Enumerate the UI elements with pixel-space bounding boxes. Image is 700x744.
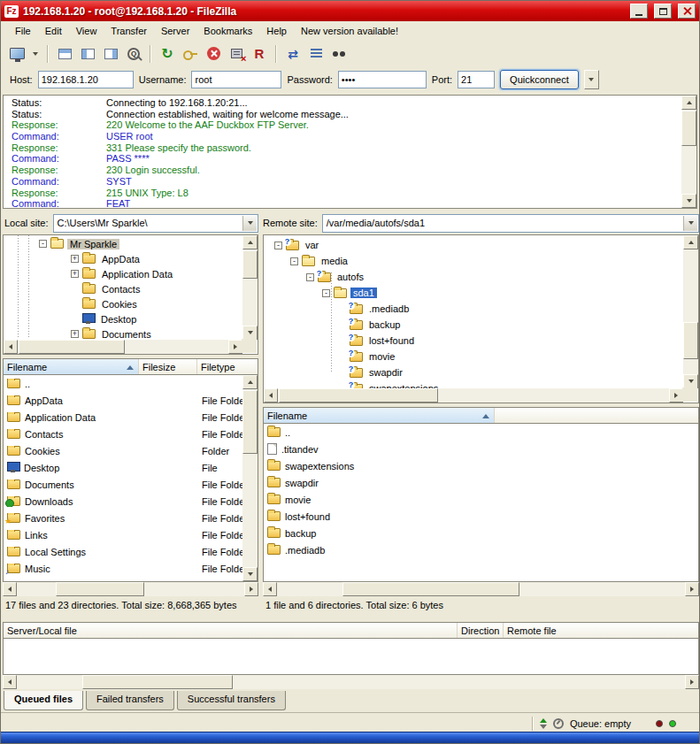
collapse-icon[interactable]: -	[322, 289, 330, 297]
remote-tree-item-autofs[interactable]: - autofs	[264, 269, 698, 285]
scroll-right-button[interactable]	[669, 388, 683, 403]
combo-dropdown-button[interactable]	[242, 216, 257, 231]
remote-site-combo[interactable]: /var/media/autofs/sda1	[322, 214, 699, 233]
menu-file[interactable]: File	[8, 23, 38, 39]
scrollbar-thumb[interactable]	[82, 675, 233, 689]
scrollbar-thumb[interactable]	[19, 340, 125, 354]
title-bar[interactable]: Fz 192.168.1.20 - root@192.168.1.20 - Fi…	[1, 1, 699, 21]
updown-arrows-icon[interactable]	[540, 718, 547, 729]
remote-file-row[interactable]: movie	[264, 491, 698, 508]
remote-file-row[interactable]: swapextensions	[264, 457, 698, 474]
log-scrollbar[interactable]	[681, 96, 696, 208]
remote-file-row[interactable]: ..	[264, 424, 698, 441]
local-file-row[interactable]: DocumentsFile Folder	[4, 476, 258, 493]
maximize-button[interactable]	[654, 4, 672, 19]
scroll-down-button[interactable]	[683, 374, 698, 388]
scroll-left-button[interactable]	[3, 582, 17, 596]
close-button[interactable]	[678, 4, 696, 19]
host-input[interactable]	[38, 71, 134, 88]
remote-tree-hscrollbar[interactable]	[264, 388, 683, 403]
local-tree-item-desktop[interactable]: Desktop	[4, 311, 258, 326]
scroll-down-button[interactable]	[242, 326, 258, 340]
local-list-hscrollbar[interactable]	[3, 582, 258, 596]
scrollbar-thumb[interactable]	[681, 111, 696, 146]
remote-file-row[interactable]: lost+found	[264, 508, 698, 525]
column-header-filename[interactable]: Filename	[264, 408, 495, 423]
scroll-right-button[interactable]	[244, 582, 258, 596]
local-file-row[interactable]: ..	[4, 375, 258, 392]
column-header-filetype[interactable]: Filetype	[197, 359, 258, 374]
local-tree-item-mr-sparkle[interactable]: - Mr Sparkle	[4, 236, 258, 251]
toggle-queue-button[interactable]	[123, 43, 144, 65]
toggle-remote-tree-button[interactable]	[100, 43, 121, 65]
expand-icon[interactable]: +	[71, 270, 79, 278]
quickconnect-button[interactable]: Quickconnect	[500, 70, 579, 89]
local-tree-item-appdata[interactable]: + AppData	[4, 251, 258, 266]
column-header-direction[interactable]: Direction	[458, 623, 504, 638]
scroll-right-button[interactable]	[228, 340, 242, 354]
find-button[interactable]	[328, 43, 350, 65]
scrollbar-thumb[interactable]	[56, 582, 144, 596]
site-manager-dropdown[interactable]	[29, 43, 42, 65]
local-tree-hscrollbar[interactable]	[4, 340, 242, 354]
local-file-row[interactable]: AppDataFile Folder	[4, 392, 258, 409]
remote-list-hscrollbar[interactable]	[263, 582, 699, 596]
expand-icon[interactable]: +	[71, 330, 79, 338]
scrollbar-thumb[interactable]	[683, 322, 698, 359]
scroll-up-button[interactable]	[683, 235, 698, 249]
local-tree-item-application-data[interactable]: + Application Data	[4, 266, 258, 281]
queue-hscrollbar[interactable]	[3, 675, 699, 689]
collapse-icon[interactable]: -	[306, 273, 314, 281]
local-file-row[interactable]: DownloadsFile Folder	[4, 493, 258, 510]
local-file-row[interactable]: ContactsFile Folder	[4, 426, 258, 442]
sync-browsing-button[interactable]	[282, 43, 304, 65]
disconnect-button[interactable]	[226, 43, 247, 65]
scroll-left-button[interactable]	[3, 675, 17, 689]
local-file-row[interactable]: CookiesFolder	[4, 442, 258, 459]
toggle-message-log-button[interactable]	[54, 43, 75, 65]
scrollbar-thumb[interactable]	[242, 390, 258, 454]
column-header-server-local-file[interactable]: Server/Local file	[4, 623, 458, 638]
cancel-button[interactable]	[203, 43, 224, 65]
scroll-left-button[interactable]	[4, 340, 18, 354]
local-site-combo[interactable]: C:\Users\Mr Sparkle\	[53, 214, 258, 233]
site-manager-button[interactable]	[6, 43, 27, 65]
local-file-row[interactable]: DesktopFile	[4, 459, 258, 476]
menu-help[interactable]: Help	[259, 23, 294, 39]
refresh-button[interactable]	[157, 43, 178, 65]
column-header-filesize[interactable]: Filesize	[139, 359, 197, 374]
menu-server[interactable]: Server	[154, 23, 196, 39]
tab-successful-transfers[interactable]: Successful transfers	[177, 691, 286, 710]
username-input[interactable]	[191, 71, 281, 88]
remote-tree-item-backup[interactable]: backup	[264, 317, 698, 333]
collapse-icon[interactable]: -	[290, 257, 298, 265]
toggle-local-tree-button[interactable]	[77, 43, 98, 65]
scroll-down-button[interactable]	[242, 567, 258, 581]
menu-edit[interactable]: Edit	[38, 23, 69, 39]
remote-tree-item-swapdir[interactable]: swapdir	[264, 364, 698, 380]
expand-icon[interactable]: +	[71, 255, 79, 263]
local-file-row[interactable]: FavoritesFile Folder	[4, 510, 258, 526]
scrollbar-thumb[interactable]	[279, 388, 438, 403]
remote-file-row[interactable]: swapdir	[264, 474, 698, 491]
scroll-right-button[interactable]	[685, 675, 699, 689]
collapse-icon[interactable]: -	[274, 242, 282, 249]
local-file-row[interactable]: LinksFile Folder	[4, 526, 258, 543]
remote-file-row[interactable]: .mediadb	[264, 541, 698, 558]
menu-bookmarks[interactable]: Bookmarks	[196, 23, 259, 39]
reconnect-button[interactable]	[249, 43, 270, 65]
local-file-row[interactable]: Application DataFile Folder	[4, 409, 258, 426]
combo-dropdown-button[interactable]	[683, 216, 697, 231]
scroll-left-button[interactable]	[263, 582, 277, 596]
scroll-up-button[interactable]	[242, 375, 258, 389]
remote-tree-item-mediadb[interactable]: .mediadb	[264, 301, 698, 317]
scroll-left-button[interactable]	[264, 388, 278, 403]
local-file-row[interactable]: MusicFile Folder	[4, 560, 258, 577]
remote-tree-item-movie[interactable]: movie	[264, 349, 698, 364]
remote-tree-item-media[interactable]: - media	[264, 253, 698, 269]
remote-tree-item-lost-found[interactable]: lost+found	[264, 333, 698, 349]
column-header-filename[interactable]: Filename	[4, 359, 139, 374]
gauge-icon[interactable]	[553, 718, 564, 729]
port-input[interactable]	[458, 71, 495, 88]
remote-tree-item-sda1[interactable]: - sda1	[264, 285, 698, 301]
